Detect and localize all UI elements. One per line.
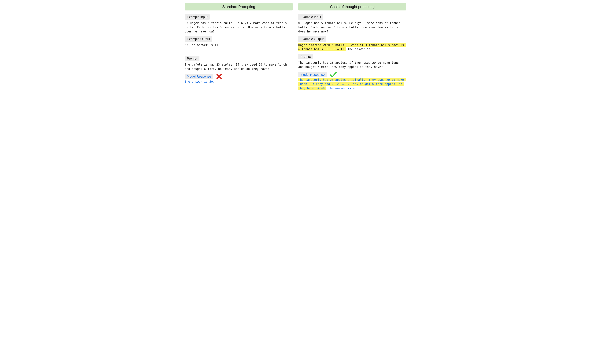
example-output-label: Example Output bbox=[298, 36, 326, 42]
cross-icon bbox=[216, 73, 222, 80]
prompt-label: Prompt bbox=[185, 56, 200, 61]
example-input-text: Q: Roger has 5 tennis balls. He buys 2 m… bbox=[298, 21, 406, 34]
example-output-text: Roger started with 5 balls. 2 cans of 3 … bbox=[298, 43, 406, 52]
example-input-label: Example Input bbox=[298, 14, 323, 20]
example-input-label: Example Input bbox=[185, 14, 210, 20]
model-response-row: Model Response bbox=[185, 73, 293, 80]
prompt-text: The cafeteria had 23 apples. If they use… bbox=[185, 63, 293, 71]
comparison-wrapper: Standard Prompting Example Input Q: Roge… bbox=[185, 3, 406, 91]
prompt-text: The cafeteria had 23 apples. If they use… bbox=[298, 61, 406, 69]
model-response-text: The cafeteria had 23 apples originally. … bbox=[298, 78, 406, 91]
model-response-label: Model Response bbox=[185, 74, 213, 79]
column-title-cot: Chain of thought prompting bbox=[298, 3, 406, 10]
example-input-text: Q: Roger has 5 tennis balls. He buys 2 m… bbox=[185, 21, 293, 34]
chain-of-thought-column: Chain of thought prompting Example Input… bbox=[298, 3, 406, 91]
check-icon bbox=[330, 72, 337, 78]
column-title-standard: Standard Prompting bbox=[185, 3, 293, 10]
prompt-label: Prompt bbox=[298, 54, 313, 59]
example-output-text: A: The answer is 11. bbox=[185, 43, 293, 47]
example-output-label: Example Output bbox=[185, 36, 212, 42]
example-output-tail: The answer is 11. bbox=[346, 47, 377, 51]
model-response-row: Model Response bbox=[298, 72, 406, 78]
standard-prompting-column: Standard Prompting Example Input Q: Roge… bbox=[185, 3, 293, 91]
model-response-tail: The answer is 9. bbox=[326, 86, 356, 90]
model-response-text: The answer is 50. bbox=[185, 80, 293, 84]
model-response-label: Model Response bbox=[298, 72, 327, 78]
